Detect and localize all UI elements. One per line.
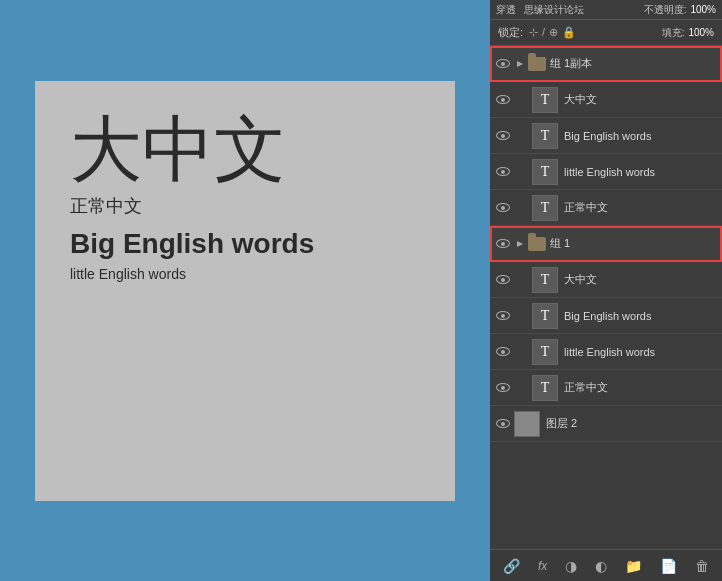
lock-icons: ⊹ / ⊕ 🔒 (529, 26, 576, 39)
lock-position-icon[interactable]: ⊹ (529, 26, 538, 39)
opacity-bar: 不透明度: 100% (644, 3, 716, 17)
eye-icon[interactable] (494, 307, 512, 325)
layer-name: Big English words (564, 310, 718, 322)
trash-icon[interactable]: 🗑 (691, 556, 713, 576)
canvas-area: 大中文 正常中文 Big English words little Englis… (0, 0, 490, 581)
text-thumbnail: T (532, 267, 558, 293)
text-thumbnail: T (532, 195, 558, 221)
layer-big-english-2[interactable]: T Big English words (490, 298, 722, 334)
visibility-indicator (496, 59, 510, 68)
layer-name: 大中文 (564, 92, 718, 107)
layers-panel: 穿透 思缘设计论坛 不透明度: 100% 锁定: ⊹ / ⊕ 🔒 填充: 100… (490, 0, 722, 581)
mask-icon[interactable]: ◑ (561, 556, 581, 576)
visibility-indicator (496, 131, 510, 140)
visibility-indicator (496, 275, 510, 284)
lock-bar: 锁定: ⊹ / ⊕ 🔒 填充: 100% (490, 20, 722, 46)
fill-label: 填充: (662, 26, 685, 40)
eye-icon[interactable] (494, 343, 512, 361)
eye-icon[interactable] (494, 163, 512, 181)
little-english-text: little English words (70, 266, 420, 282)
layer-name: 正常中文 (564, 200, 718, 215)
svg-marker-0 (517, 61, 523, 67)
site-label: 思缘设计论坛 (524, 3, 584, 17)
layer-2[interactable]: 图层 2 (490, 406, 722, 442)
expand-arrow-icon[interactable] (514, 238, 526, 250)
opacity-label: 不透明度: (644, 3, 687, 17)
layer-normal-chinese-2[interactable]: T 正常中文 (490, 370, 722, 406)
link-icon[interactable]: 🔗 (499, 556, 524, 576)
layer-name: 正常中文 (564, 380, 718, 395)
layer-big-chinese-1[interactable]: T 大中文 (490, 82, 722, 118)
fill-value[interactable]: 100% (688, 27, 714, 38)
layer-big-english-1[interactable]: T Big English words (490, 118, 722, 154)
eye-icon[interactable] (494, 91, 512, 109)
canvas-document: 大中文 正常中文 Big English words little Englis… (35, 81, 455, 501)
text-thumbnail: T (532, 159, 558, 185)
layer-group1[interactable]: 组 1 (490, 226, 722, 262)
new-layer-icon[interactable]: 📄 (656, 556, 681, 576)
layer-name: 组 1副本 (550, 56, 718, 71)
layer-name: 大中文 (564, 272, 718, 287)
layer-little-english-2[interactable]: T little English words (490, 334, 722, 370)
visibility-indicator (496, 419, 510, 428)
fill-section: 填充: 100% (662, 26, 714, 40)
adjustment-icon[interactable]: ◐ (591, 556, 611, 576)
eye-icon[interactable] (494, 55, 512, 73)
text-thumbnail: T (532, 375, 558, 401)
eye-icon[interactable] (494, 271, 512, 289)
svg-marker-1 (517, 241, 523, 247)
visibility-indicator (496, 203, 510, 212)
blend-mode-label[interactable]: 穿透 (496, 3, 516, 17)
panel-footer: 🔗 fx ◑ ◐ 📁 📄 🗑 (490, 549, 722, 581)
visibility-indicator (496, 95, 510, 104)
panel-top-bar: 穿透 思缘设计论坛 不透明度: 100% (490, 0, 722, 20)
lock-brush-icon[interactable]: / (542, 26, 545, 39)
layer-group1-copy[interactable]: 组 1副本 (490, 46, 722, 82)
expand-arrow-icon[interactable] (514, 58, 526, 70)
layer-big-chinese-2[interactable]: T 大中文 (490, 262, 722, 298)
lock-move-icon[interactable]: ⊕ (549, 26, 558, 39)
visibility-indicator (496, 167, 510, 176)
layer-normal-chinese-1[interactable]: T 正常中文 (490, 190, 722, 226)
eye-icon[interactable] (494, 127, 512, 145)
layer-name: Big English words (564, 130, 718, 142)
folder-icon (528, 237, 546, 251)
big-english-text: Big English words (70, 228, 420, 260)
eye-icon[interactable] (494, 415, 512, 433)
fx-icon[interactable]: fx (534, 557, 551, 575)
layers-list[interactable]: 组 1副本 T 大中文 T Big English words (490, 46, 722, 549)
eye-icon[interactable] (494, 379, 512, 397)
visibility-indicator (496, 311, 510, 320)
text-thumbnail: T (532, 123, 558, 149)
visibility-indicator (496, 347, 510, 356)
lock-label: 锁定: (498, 25, 523, 40)
new-group-icon[interactable]: 📁 (621, 556, 646, 576)
text-thumbnail: T (532, 339, 558, 365)
text-thumbnail: T (532, 303, 558, 329)
folder-icon (528, 57, 546, 71)
image-thumbnail (514, 411, 540, 437)
visibility-indicator (496, 383, 510, 392)
normal-chinese-text: 正常中文 (70, 194, 420, 218)
eye-icon[interactable] (494, 235, 512, 253)
text-thumbnail: T (532, 87, 558, 113)
layer-little-english-1[interactable]: T little English words (490, 154, 722, 190)
eye-icon[interactable] (494, 199, 512, 217)
lock-all-icon[interactable]: 🔒 (562, 26, 576, 39)
opacity-value[interactable]: 100% (690, 4, 716, 15)
visibility-indicator (496, 239, 510, 248)
layer-name: 图层 2 (546, 416, 718, 431)
layer-name: 组 1 (550, 236, 718, 251)
big-chinese-text: 大中文 (70, 111, 420, 190)
layer-name: little English words (564, 166, 718, 178)
layer-name: little English words (564, 346, 718, 358)
